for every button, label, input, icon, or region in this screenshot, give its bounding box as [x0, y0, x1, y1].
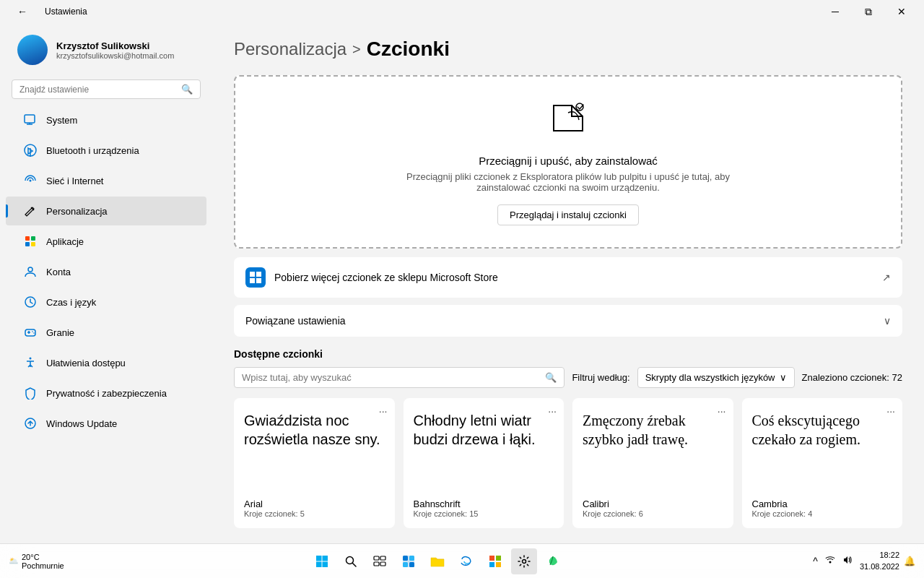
close-button[interactable]: ✕: [885, 0, 918, 23]
font-preview-calibri: Zmęczony źrebak szybko jadł trawę.: [583, 408, 723, 491]
font-card-menu-bahnschrift[interactable]: ···: [548, 405, 557, 417]
font-preview-cambria: Coś ekscytującego czekało za rogiem.: [752, 408, 893, 491]
weather-text: 20°CPochmurnie: [22, 553, 64, 570]
breadcrumb-parent[interactable]: Personalizacja: [234, 39, 346, 59]
font-card-cambria[interactable]: ··· Coś ekscytującego czekało za rogiem.…: [742, 398, 903, 528]
font-card-calibri[interactable]: ··· Zmęczony źrebak szybko jadł trawę. C…: [572, 398, 733, 528]
notification-icon[interactable]: 🔔: [904, 556, 915, 566]
sidebar-item-accessibility[interactable]: Ułatwienia dostępu: [6, 348, 206, 377]
sidebar-item-accounts[interactable]: Konta: [6, 257, 206, 286]
sidebar-item-label: Konta: [46, 267, 71, 277]
svg-rect-6: [31, 236, 35, 241]
search-input[interactable]: [19, 85, 177, 95]
svg-rect-41: [496, 562, 501, 567]
font-name-arial: Arial: [244, 499, 385, 509]
settings-button[interactable]: [511, 548, 537, 574]
taskview-button[interactable]: [367, 548, 393, 574]
time-display: 18:22: [860, 550, 899, 561]
sidebar-item-windows-update[interactable]: Windows Update: [6, 409, 206, 438]
back-button[interactable]: ←: [6, 0, 39, 23]
font-drop-zone[interactable]: Przeciągnij i upuść, aby zainstalować Pr…: [234, 75, 902, 249]
sidebar-item-label: Granie: [46, 327, 74, 338]
svg-rect-29: [374, 556, 379, 560]
user-profile[interactable]: Krzysztof Sulikowski krzysztofsulikowski…: [0, 23, 212, 77]
font-search-box[interactable]: 🔍: [234, 367, 565, 388]
font-preview-arial: Gwiaździsta noc rozświetla nasze sny.: [244, 408, 385, 491]
svg-rect-0: [25, 115, 35, 123]
font-card-menu-cambria[interactable]: ···: [886, 405, 895, 417]
tray-arrow-icon[interactable]: ^: [810, 553, 821, 570]
time-icon: [23, 295, 38, 309]
filter-dropdown[interactable]: Skrypty dla wszystkich języków ∨: [637, 367, 795, 388]
volume-tray-icon[interactable]: [840, 552, 855, 570]
svg-point-43: [829, 561, 831, 564]
related-settings-row[interactable]: Powiązane ustawienia ∨: [234, 305, 902, 337]
content-area: Personalizacja > Czcionki Przeciągnij i …: [212, 23, 924, 543]
sidebar-item-label: Windows Update: [46, 418, 117, 429]
system-icon: [23, 113, 38, 127]
weather-widget[interactable]: 🌥️ 20°CPochmurnie: [9, 553, 64, 570]
user-info: Krzysztof Sulikowski krzysztofsulikowski…: [56, 40, 174, 60]
store-button[interactable]: [482, 548, 508, 574]
sidebar-item-personalization[interactable]: Personalizacja: [6, 197, 206, 225]
sidebar-item-privacy[interactable]: Prywatność i zabezpieczenia: [6, 379, 206, 407]
store-fonts-row[interactable]: Pobierz więcej czcionek ze sklepu Micros…: [234, 257, 902, 298]
breadcrumb-current: Czcionki: [367, 38, 450, 61]
sidebar-item-gaming[interactable]: Granie: [6, 318, 206, 347]
svg-rect-20: [256, 272, 261, 277]
breadcrumb-separator: >: [352, 41, 361, 58]
font-grid: ··· Gwiaździsta noc rozświetla nasze sny…: [234, 398, 902, 528]
chevron-down-icon: ∨: [780, 372, 787, 383]
explorer-button[interactable]: [424, 548, 450, 574]
sidebar-item-apps[interactable]: Aplikacje: [6, 227, 206, 256]
personalization-icon: [23, 204, 38, 218]
svg-rect-25: [316, 561, 322, 567]
apps-icon: [23, 234, 38, 249]
svg-rect-34: [403, 556, 408, 561]
drop-icon: [250, 98, 886, 146]
svg-rect-32: [380, 562, 385, 566]
font-variants-calibri: Kroje czcionek: 6: [583, 509, 723, 518]
font-card-arial[interactable]: ··· Gwiaździsta noc rozświetla nasze sny…: [234, 398, 395, 528]
browse-fonts-button[interactable]: Przeglądaj i instaluj czcionki: [497, 204, 639, 225]
minimize-button[interactable]: ─: [819, 0, 852, 23]
search-button[interactable]: [338, 548, 364, 574]
start-button[interactable]: [309, 548, 335, 574]
svg-point-15: [33, 332, 35, 334]
edge-button[interactable]: [453, 548, 479, 574]
titlebar: ← Ustawienia ─ ⧉ ✕: [0, 0, 924, 23]
svg-rect-40: [489, 562, 494, 567]
leaf-app-button[interactable]: [540, 548, 566, 574]
taskbar-right: ^ 18:22 31.08.2022 🔔: [810, 550, 915, 572]
widgets-button[interactable]: [396, 548, 422, 574]
network-tray-icon[interactable]: [822, 552, 838, 570]
svg-rect-26: [322, 561, 328, 567]
svg-line-28: [352, 563, 356, 566]
gaming-icon: [23, 325, 38, 340]
store-icon: [245, 267, 266, 288]
svg-rect-22: [256, 278, 261, 283]
sidebar-item-label: Sieć i Internet: [46, 176, 104, 186]
svg-rect-30: [380, 556, 385, 560]
sidebar-item-bluetooth[interactable]: Bluetooth i urządzenia: [6, 136, 206, 165]
sidebar-item-network[interactable]: Sieć i Internet: [6, 166, 206, 195]
sidebar-item-time[interactable]: Czas i język: [6, 288, 206, 316]
font-card-bahnschrift[interactable]: ··· Chłodny letni wiatr budzi drzewa i ł…: [404, 398, 565, 528]
restore-button[interactable]: ⧉: [852, 0, 885, 23]
font-card-menu-arial[interactable]: ···: [379, 405, 388, 417]
taskbar-left: 🌥️ 20°CPochmurnie: [9, 553, 64, 570]
windows-update-icon: [23, 416, 38, 431]
search-box[interactable]: 🔍: [12, 79, 201, 99]
font-card-menu-calibri[interactable]: ···: [718, 405, 726, 417]
font-search-input[interactable]: [242, 372, 541, 383]
sidebar-item-system[interactable]: System: [6, 105, 206, 134]
filter-row: 🔍 Filtruj według: Skrypty dla wszystkich…: [234, 367, 902, 388]
search-icon: 🔍: [181, 84, 193, 95]
clock[interactable]: 18:22 31.08.2022: [860, 550, 899, 572]
filter-value: Skrypty dla wszystkich języków: [645, 372, 775, 383]
network-icon: [23, 173, 38, 188]
found-count: Znaleziono czcionek: 72: [802, 372, 902, 383]
sidebar-item-label: Prywatność i zabezpieczenia: [46, 388, 167, 399]
sidebar-item-label: Czas i język: [46, 297, 96, 308]
sidebar-item-label: Aplikacje: [46, 236, 84, 247]
